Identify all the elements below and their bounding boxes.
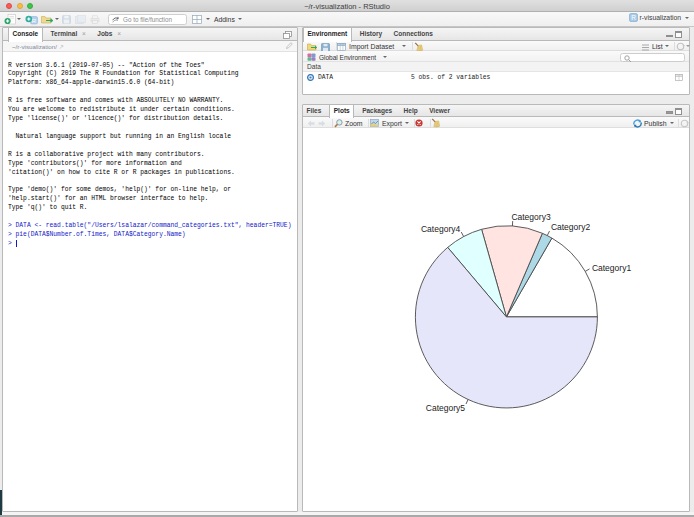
svg-text:Category5: Category5 xyxy=(426,403,465,413)
svg-text:Category1: Category1 xyxy=(592,263,631,273)
svg-text:Category2: Category2 xyxy=(551,222,590,232)
svg-text:R: R xyxy=(32,18,37,24)
svg-text:Category4: Category4 xyxy=(421,224,460,234)
svg-text:R: R xyxy=(631,14,636,21)
svg-text:Category3: Category3 xyxy=(511,212,550,222)
